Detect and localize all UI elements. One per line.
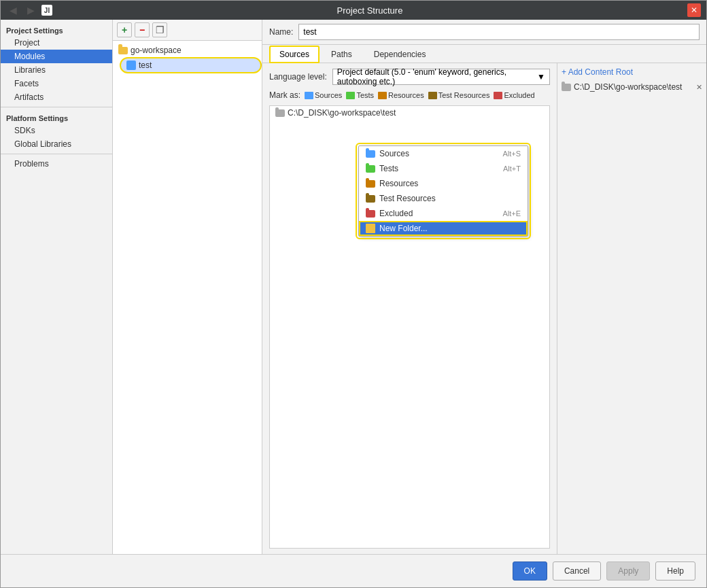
dropdown-tests-shortcut: Alt+T (503, 165, 521, 173)
sidebar-divider-2 (1, 154, 112, 154)
mark-chip-sources-label: Sources (315, 91, 342, 99)
mark-chip-test-resources[interactable]: Test Resources (428, 91, 490, 99)
folder-icon (118, 47, 128, 54)
dropdown-tests-label: Tests (379, 164, 398, 173)
dropdown-test-resources[interactable]: Test Resources (359, 191, 528, 206)
content-tree-root-label: C:\D_DISK\go-workspace\test (288, 108, 396, 118)
sidebar-item-project[interactable]: Project (1, 36, 112, 50)
sidebar-item-sdks[interactable]: SDKs (1, 124, 112, 137)
content-tree[interactable]: C:\D_DISK\go-workspace\test Sources Alt+… (269, 105, 550, 549)
dropdown-new-folder[interactable]: New Folder... (359, 221, 528, 236)
mark-chip-sources[interactable]: Sources (305, 91, 342, 99)
root-folder-icon (275, 109, 285, 117)
ok-button[interactable]: OK (513, 561, 547, 581)
sidebar-divider (1, 107, 112, 107)
close-button[interactable]: ✕ (687, 3, 701, 17)
dropdown-test-resources-label: Test Resources (379, 194, 436, 203)
dropdown-sources-shortcut: Alt+S (502, 150, 521, 158)
tree-item-test[interactable]: test (120, 57, 262, 73)
content-root-item: C:\D_DISK\go-workspace\test ✕ (562, 82, 702, 92)
dropdown-tests[interactable]: Tests Alt+T (359, 161, 528, 176)
apply-button[interactable]: Apply (606, 561, 650, 581)
add-module-button[interactable]: + (117, 22, 132, 37)
lang-dropdown-arrow: ▼ (537, 72, 545, 82)
tree-item-go-workspace-label: go-workspace (131, 46, 182, 55)
mark-chip-tests[interactable]: Tests (346, 91, 374, 99)
sidebar-item-modules[interactable]: Modules (1, 50, 112, 63)
resources-chip-icon (378, 92, 387, 99)
content-root-panel: + Add Content Root C:\D_DISK\go-workspac… (557, 63, 706, 554)
sources-chip-icon (305, 92, 313, 99)
tab-paths[interactable]: Paths (321, 46, 362, 63)
cancel-button[interactable]: Cancel (553, 561, 601, 581)
right-panel: Name: Sources Paths Dependencies Languag… (262, 20, 706, 554)
mark-chip-excluded[interactable]: Excluded (494, 91, 534, 99)
dropdown-sources-label: Sources (379, 149, 409, 158)
tab-sources[interactable]: Sources (269, 46, 320, 63)
module-panel: + − ❐ go-workspace test (113, 20, 262, 554)
mark-as-row: Mark as: Sources Tests Resources (269, 90, 550, 100)
mark-chip-tests-label: Tests (356, 91, 374, 99)
dropdown-sources-icon (366, 150, 375, 158)
add-content-root-button[interactable]: + Add Content Root (562, 67, 702, 77)
remove-module-button[interactable]: − (135, 22, 150, 37)
sidebar-item-facets[interactable]: Facets (1, 77, 112, 90)
platform-settings-section: Platform Settings (1, 110, 112, 124)
dropdown-new-folder-icon (366, 224, 375, 233)
module-icon (126, 60, 136, 70)
content-root-close-button[interactable]: ✕ (696, 83, 702, 92)
tab-dependencies[interactable]: Dependencies (364, 46, 436, 63)
tests-chip-icon (346, 92, 355, 99)
copy-module-button[interactable]: ❐ (152, 22, 167, 37)
name-input[interactable] (298, 24, 700, 40)
dropdown-excluded-label: Excluded (379, 209, 413, 218)
mark-chip-test-resources-label: Test Resources (438, 91, 490, 99)
sidebar: Project Settings Project Modules Librari… (1, 20, 113, 554)
nav-back-button[interactable]: ◀ (6, 3, 20, 17)
title-bar-left: ◀ ▶ JI (6, 3, 52, 17)
content-tree-root[interactable]: C:\D_DISK\go-workspace\test (270, 106, 549, 120)
main-content: Project Settings Project Modules Librari… (1, 20, 706, 554)
dropdown-new-folder-label: New Folder... (379, 224, 428, 233)
sidebar-item-problems[interactable]: Problems (1, 157, 112, 171)
mark-chip-resources[interactable]: Resources (378, 91, 424, 99)
sidebar-item-global-libraries[interactable]: Global Libraries (1, 137, 112, 151)
dropdown-tests-icon (366, 165, 375, 173)
lang-label: Language level: (269, 72, 327, 82)
dropdown-excluded[interactable]: Excluded Alt+E (359, 206, 528, 221)
dropdown-resources-label: Resources (379, 179, 418, 188)
context-dropdown-menu: Sources Alt+S Tests Alt+T Resources (358, 145, 528, 237)
name-label: Name: (269, 27, 293, 37)
project-settings-section: Project Settings (1, 22, 112, 36)
mark-chip-resources-label: Resources (388, 91, 424, 99)
mark-as-label: Mark as: (269, 90, 300, 100)
dropdown-resources[interactable]: Resources (359, 176, 528, 191)
content-root-item-label: C:\D_DISK\go-workspace\test (574, 82, 682, 92)
test-resources-chip-icon (428, 92, 437, 99)
app-logo: JI (41, 5, 52, 16)
sidebar-item-libraries[interactable]: Libraries (1, 63, 112, 77)
tree-item-go-workspace[interactable]: go-workspace (113, 44, 262, 57)
name-row: Name: (262, 20, 706, 45)
excluded-chip-icon (494, 92, 502, 99)
panel-main: Language level: Project default (5.0 - '… (262, 63, 706, 554)
tree-item-test-label: test (139, 60, 152, 70)
dropdown-excluded-icon (366, 210, 375, 218)
module-toolbar: + − ❐ (113, 20, 262, 41)
content-root-folder-icon (562, 84, 571, 91)
help-button[interactable]: Help (655, 561, 695, 581)
dropdown-sources[interactable]: Sources Alt+S (359, 146, 528, 161)
dropdown-resources-icon (366, 180, 375, 188)
lang-select[interactable]: Project default (5.0 - 'enum' keyword, g… (332, 69, 550, 85)
sidebar-item-artifacts[interactable]: Artifacts (1, 90, 112, 104)
project-structure-dialog: ◀ ▶ JI Project Structure ✕ Project Setti… (0, 0, 707, 588)
bottom-bar: OK Cancel Apply Help (1, 554, 706, 587)
module-tree: go-workspace test (113, 41, 262, 554)
dialog-title: Project Structure (337, 5, 403, 16)
nav-forward-button[interactable]: ▶ (24, 3, 37, 17)
dropdown-excluded-shortcut: Alt+E (502, 209, 521, 218)
tabs-row: Sources Paths Dependencies (262, 45, 706, 63)
dropdown-test-resources-icon (366, 195, 375, 203)
lang-select-value: Project default (5.0 - 'enum' keyword, g… (337, 67, 537, 86)
mark-chip-excluded-label: Excluded (504, 91, 534, 99)
